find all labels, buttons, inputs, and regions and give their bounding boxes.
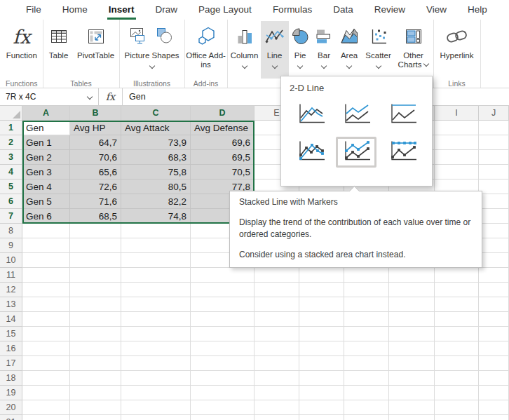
cell-I19[interactable]: [435, 386, 479, 400]
pie-button[interactable]: Pie: [289, 21, 312, 79]
cell-B16[interactable]: [70, 341, 121, 356]
cell-H21[interactable]: [389, 415, 435, 420]
cell-D11[interactable]: [191, 268, 254, 283]
row-header-21[interactable]: 21: [0, 415, 22, 420]
cell-I12[interactable]: [435, 283, 479, 297]
cell-I1[interactable]: [435, 121, 479, 135]
cell-C14[interactable]: [121, 312, 191, 327]
cell-A6[interactable]: Gen 5: [22, 194, 70, 209]
row-header-6[interactable]: 6: [0, 194, 22, 209]
cell-J14[interactable]: [479, 312, 509, 327]
cell-G11[interactable]: [344, 268, 389, 283]
line-2d-option[interactable]: [290, 100, 331, 130]
column-header-j[interactable]: J: [479, 106, 509, 121]
cell-B12[interactable]: [70, 283, 121, 297]
cell-D17[interactable]: [191, 356, 254, 371]
cell-J11[interactable]: [479, 268, 509, 283]
cell-E14[interactable]: [254, 312, 299, 327]
cell-B15[interactable]: [70, 327, 121, 341]
cell-A4[interactable]: Gen 3: [22, 165, 70, 179]
row-header-18[interactable]: 18: [0, 371, 22, 386]
column-button[interactable]: Column: [229, 21, 261, 79]
cell-B18[interactable]: [70, 371, 121, 386]
cell-F14[interactable]: [299, 312, 344, 327]
cell-J2[interactable]: [479, 135, 509, 150]
column-header-d[interactable]: D: [191, 106, 254, 121]
stacked-line-option[interactable]: [336, 100, 376, 130]
cell-H12[interactable]: [389, 283, 435, 297]
row-header-16[interactable]: 16: [0, 341, 22, 356]
cell-A8[interactable]: [22, 224, 70, 238]
cell-A21[interactable]: [22, 415, 70, 420]
row-header-14[interactable]: 14: [0, 312, 22, 327]
cell-I13[interactable]: [435, 297, 479, 312]
cell-A17[interactable]: [22, 356, 70, 371]
cell-G18[interactable]: [344, 371, 389, 386]
cell-A11[interactable]: [22, 268, 70, 283]
cell-A1[interactable]: Gen: [22, 121, 70, 135]
cell-G14[interactable]: [344, 312, 389, 327]
cell-G15[interactable]: [344, 327, 389, 341]
cell-A16[interactable]: [22, 341, 70, 356]
row-header-12[interactable]: 12: [0, 283, 22, 297]
cell-E13[interactable]: [254, 297, 299, 312]
area-button[interactable]: Area: [337, 21, 362, 79]
cell-F19[interactable]: [299, 386, 344, 400]
cell-F21[interactable]: [299, 415, 344, 420]
cell-A19[interactable]: [22, 386, 70, 400]
name-box[interactable]: 7R x 4C: [0, 88, 99, 105]
cell-J1[interactable]: [479, 121, 509, 135]
cell-D1[interactable]: Avg Defense: [191, 121, 254, 135]
pivottable-button[interactable]: PivotTable: [74, 21, 118, 79]
row-header-13[interactable]: 13: [0, 297, 22, 312]
cell-C15[interactable]: [121, 327, 191, 341]
tab-draw[interactable]: Draw: [145, 1, 189, 20]
cell-F13[interactable]: [299, 297, 344, 312]
cell-A2[interactable]: Gen 1: [22, 135, 70, 150]
cell-B10[interactable]: [70, 253, 121, 268]
cell-J10[interactable]: [479, 253, 509, 268]
cell-E12[interactable]: [254, 283, 299, 297]
cell-I16[interactable]: [435, 341, 479, 356]
cell-B7[interactable]: 68,5: [70, 209, 121, 224]
cell-D20[interactable]: [191, 400, 254, 415]
cell-C19[interactable]: [121, 386, 191, 400]
cell-B1[interactable]: Avg HP: [70, 121, 121, 135]
cell-J15[interactable]: [479, 327, 509, 341]
cell-H16[interactable]: [389, 341, 435, 356]
cell-I18[interactable]: [435, 371, 479, 386]
cell-I21[interactable]: [435, 415, 479, 420]
cell-J7[interactable]: [479, 209, 509, 224]
cell-A13[interactable]: [22, 297, 70, 312]
cell-E16[interactable]: [254, 341, 299, 356]
cell-B13[interactable]: [70, 297, 121, 312]
column-header-c[interactable]: C: [121, 106, 191, 121]
row-header-11[interactable]: 11: [0, 268, 22, 283]
cell-H20[interactable]: [389, 400, 435, 415]
cell-C10[interactable]: [121, 253, 191, 268]
cell-F12[interactable]: [299, 283, 344, 297]
cell-H17[interactable]: [389, 356, 435, 371]
row-header-4[interactable]: 4: [0, 165, 22, 179]
column-header-i[interactable]: I: [435, 106, 479, 121]
cell-A14[interactable]: [22, 312, 70, 327]
cell-A10[interactable]: [22, 253, 70, 268]
row-header-7[interactable]: 7: [0, 209, 22, 224]
tab-data[interactable]: Data: [323, 1, 364, 20]
cell-C11[interactable]: [121, 268, 191, 283]
bar-button[interactable]: Bar: [312, 21, 337, 79]
cell-A9[interactable]: [22, 238, 70, 253]
cell-J8[interactable]: [479, 224, 509, 238]
cell-I3[interactable]: [435, 150, 479, 165]
cell-J19[interactable]: [479, 386, 509, 400]
cell-E17[interactable]: [254, 356, 299, 371]
cell-D14[interactable]: [191, 312, 254, 327]
cell-F18[interactable]: [299, 371, 344, 386]
cell-G21[interactable]: [344, 415, 389, 420]
cell-B4[interactable]: 65,6: [70, 165, 121, 179]
cell-D15[interactable]: [191, 327, 254, 341]
cell-D2[interactable]: 69,6: [191, 135, 254, 150]
cell-B17[interactable]: [70, 356, 121, 371]
cell-I15[interactable]: [435, 327, 479, 341]
cell-I2[interactable]: [435, 135, 479, 150]
